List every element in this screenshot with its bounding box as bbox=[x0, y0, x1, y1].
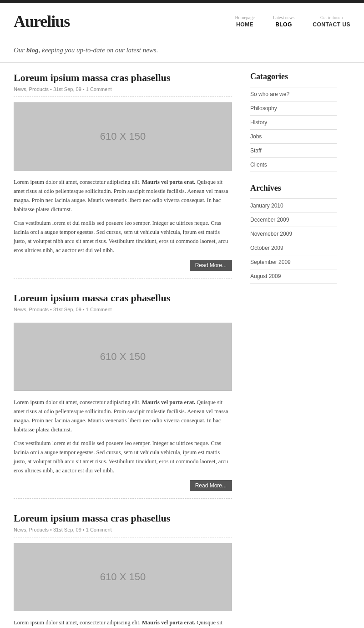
nav-link-home[interactable]: HOME bbox=[236, 21, 253, 28]
subtitle-prefix: Our bbox=[14, 46, 26, 54]
list-item: January 2010 bbox=[250, 199, 337, 213]
archives-section: Archives January 2010 December 2009 Nove… bbox=[250, 183, 337, 284]
list-item: Novemeber 2009 bbox=[250, 227, 337, 241]
article-1-title: Loreum ipsium massa cras phasellus bbox=[14, 72, 232, 84]
nav-link-contact[interactable]: CONTACT US bbox=[313, 21, 350, 28]
category-link-6[interactable]: Clients bbox=[250, 162, 267, 168]
nav-item-blog[interactable]: Latest news BLOG bbox=[273, 15, 295, 28]
article-1-meta: News, Products • 31st Sep, 09 • 1 Commen… bbox=[14, 86, 232, 97]
main-container: Loreum ipsium massa cras phasellus News,… bbox=[0, 63, 364, 628]
article-1-read-more[interactable]: Read More... bbox=[14, 262, 232, 269]
article-3-body1: Lorem ipsum dolor sit amet, consectetur … bbox=[14, 618, 232, 628]
archive-link-2[interactable]: December 2009 bbox=[250, 217, 289, 223]
article-1-image-label: 610 X 150 bbox=[100, 131, 146, 142]
article-3-image: 610 X 150 bbox=[14, 543, 232, 611]
category-link-2[interactable]: Philosophy bbox=[250, 105, 277, 111]
categories-section: Catagories So who are we? Philosophy His… bbox=[250, 72, 337, 172]
nav-item-home[interactable]: Homepage HOME bbox=[235, 15, 254, 28]
nav-label-home: Homepage bbox=[235, 15, 254, 20]
list-item: Philosophy bbox=[250, 101, 337, 116]
archive-link-3[interactable]: Novemeber 2009 bbox=[250, 231, 292, 237]
article-1-body1: Lorem ipsum dolor sit amet, consectetur … bbox=[14, 177, 232, 214]
article-2-read-more[interactable]: Read More... bbox=[14, 482, 232, 489]
list-item: August 2009 bbox=[250, 269, 337, 284]
subtitle: Our blog, keeping you up-to-date on our … bbox=[0, 38, 364, 63]
nav-item-contact[interactable]: Get in touch CONTACT US bbox=[313, 15, 350, 28]
article-2: Loreum ipsium massa cras phasellus News,… bbox=[14, 292, 232, 499]
archive-link-1[interactable]: January 2010 bbox=[250, 203, 283, 209]
list-item: History bbox=[250, 116, 337, 130]
category-link-1[interactable]: So who are we? bbox=[250, 91, 289, 97]
list-item: December 2009 bbox=[250, 213, 337, 227]
content-area: Loreum ipsium massa cras phasellus News,… bbox=[0, 63, 246, 628]
article-2-body1: Lorem ipsum dolor sit amet, consectetur … bbox=[14, 398, 232, 434]
sidebar: Catagories So who are we? Philosophy His… bbox=[246, 63, 346, 628]
list-item: September 2009 bbox=[250, 255, 337, 269]
article-2-image: 610 X 150 bbox=[14, 323, 232, 391]
category-link-4[interactable]: Jobs bbox=[250, 133, 262, 140]
archive-link-6[interactable]: August 2009 bbox=[250, 273, 281, 279]
article-3-meta: News, Products • 31st Sep, 09 • 1 Commen… bbox=[14, 527, 232, 537]
read-more-link-2[interactable]: Read More... bbox=[190, 480, 232, 491]
archive-link-5[interactable]: September 2009 bbox=[250, 259, 291, 265]
category-link-5[interactable]: Staff bbox=[250, 147, 261, 154]
article-2-body2: Cras vestibulum lorem et dui mollis sed … bbox=[14, 439, 232, 475]
list-item: Staff bbox=[250, 144, 337, 158]
categories-title: Catagories bbox=[250, 72, 337, 81]
article-2-title: Loreum ipsium massa cras phasellus bbox=[14, 292, 232, 304]
category-link-3[interactable]: History bbox=[250, 119, 267, 126]
archives-title: Archives bbox=[250, 183, 337, 193]
archive-link-4[interactable]: October 2009 bbox=[250, 245, 283, 251]
article-3-image-label: 610 X 150 bbox=[100, 571, 146, 583]
categories-list: So who are we? Philosophy History Jobs S… bbox=[250, 87, 337, 172]
subtitle-suffix: , keeping you up-to-date on our latest n… bbox=[39, 46, 158, 54]
article-1-image: 610 X 150 bbox=[14, 102, 232, 171]
article-2-meta: News, Products • 31st Sep, 09 • 1 Commen… bbox=[14, 307, 232, 317]
list-item: Clients bbox=[250, 158, 337, 172]
nav-label-contact: Get in touch bbox=[313, 15, 350, 20]
nav-label-blog: Latest news bbox=[273, 15, 295, 20]
archives-list: January 2010 December 2009 Novemeber 200… bbox=[250, 198, 337, 284]
site-title[interactable]: Aurelius bbox=[14, 12, 70, 31]
header: Aurelius Homepage HOME Latest news BLOG … bbox=[0, 3, 364, 38]
article-1: Loreum ipsium massa cras phasellus News,… bbox=[14, 72, 232, 279]
list-item: Jobs bbox=[250, 130, 337, 144]
article-3: Loreum ipsium massa cras phasellus News,… bbox=[14, 512, 232, 628]
main-nav: Homepage HOME Latest news BLOG Get in to… bbox=[235, 15, 350, 28]
list-item: So who are we? bbox=[250, 87, 337, 101]
list-item: October 2009 bbox=[250, 241, 337, 255]
nav-link-blog[interactable]: BLOG bbox=[275, 21, 292, 28]
subtitle-highlight: blog bbox=[26, 46, 39, 54]
read-more-link-1[interactable]: Read More... bbox=[190, 260, 232, 271]
article-3-title: Loreum ipsium massa cras phasellus bbox=[14, 512, 232, 524]
article-1-body2: Cras vestibulum lorem et dui mollis sed … bbox=[14, 218, 232, 255]
article-2-image-label: 610 X 150 bbox=[100, 351, 146, 363]
